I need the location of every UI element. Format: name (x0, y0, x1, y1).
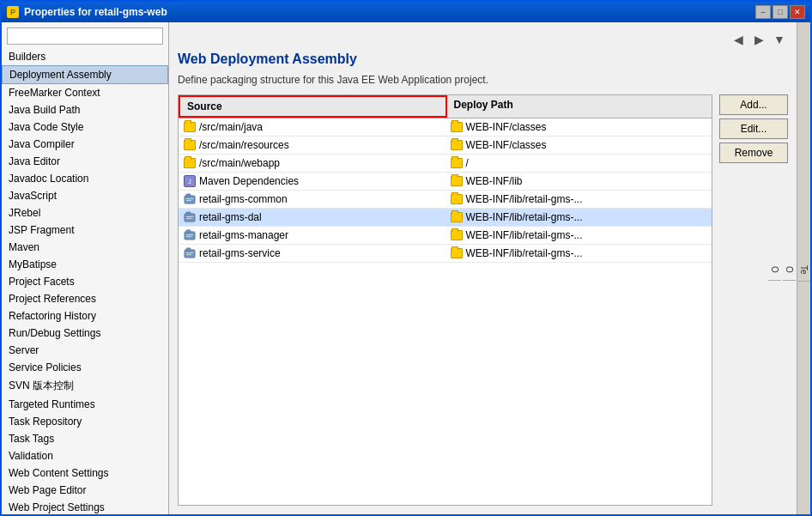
deploy-text: WEB-INF/lib/retail-gms-... (466, 229, 583, 241)
deploy-cell: WEB-INF/lib/retail-gms-... (445, 209, 712, 226)
right-tabs: Te O O (797, 22, 810, 514)
svg-rect-1 (186, 194, 191, 197)
sidebar-item-builders[interactable]: Builders (2, 48, 168, 65)
deploy-text: WEB-INF/classes (466, 139, 547, 151)
project-icon (184, 229, 196, 241)
add-button[interactable]: Add... (719, 94, 788, 115)
source-text: Maven Dependencies (199, 175, 299, 187)
sidebar-item-java-build-path[interactable]: Java Build Path (2, 101, 168, 118)
deploy-cell: WEB-INF/classes (445, 118, 712, 136)
source-cell: retail-gms-service (179, 245, 445, 262)
forward-button[interactable]: ▶ (750, 31, 767, 48)
dropdown-button[interactable]: ▼ (771, 31, 788, 48)
sidebar-item-java-editor[interactable]: Java Editor (2, 153, 168, 170)
deploy-text: WEB-INF/lib/retail-gms-... (466, 247, 583, 259)
svg-rect-3 (186, 200, 191, 201)
folder-icon (451, 122, 463, 132)
jar-icon: J (184, 175, 196, 187)
right-tab-o1[interactable]: O (783, 259, 796, 281)
deployment-table: Source Deploy Path /src/main/javaWEB-INF… (178, 94, 712, 506)
sidebar-item-jrebel[interactable]: JRebel (2, 204, 168, 222)
sidebar-item-service-policies[interactable]: Service Policies (2, 359, 168, 376)
sidebar-item-task-tags[interactable]: Task Tags (2, 430, 168, 447)
table-row[interactable]: /src/main/javaWEB-INF/classes (179, 118, 712, 137)
source-cell: /src/main/java (179, 118, 445, 136)
sidebar-item-freemaker-context[interactable]: FreeMarker Context (2, 84, 168, 101)
sidebar-item-run-debug-settings[interactable]: Run/Debug Settings (2, 325, 168, 342)
sidebar-item-javadoc-location[interactable]: Javadoc Location (2, 170, 168, 187)
folder-icon (451, 158, 463, 168)
deploy-text: WEB-INF/lib/retail-gms-... (466, 193, 583, 205)
folder-icon (184, 158, 196, 168)
sidebar-item-java-compiler[interactable]: Java Compiler (2, 136, 168, 153)
sidebar-item-java-code-style[interactable]: Java Code Style (2, 118, 168, 136)
deploy-cell: WEB-INF/lib/retail-gms-... (445, 245, 712, 262)
deploy-cell: / (445, 155, 712, 172)
sidebar-search-container (7, 27, 163, 45)
title-bar: P Properties for retail-gms-web – □ ✕ (2, 2, 810, 22)
sidebar-item-jsp-fragment[interactable]: JSP Fragment (2, 222, 168, 239)
right-tab-o2[interactable]: O (768, 259, 781, 281)
svg-rect-2 (186, 198, 193, 199)
svg-rect-15 (186, 254, 191, 255)
svg-rect-14 (186, 252, 193, 253)
source-cell: retail-gms-common (179, 191, 445, 208)
source-cell: retail-gms-dal (179, 209, 445, 226)
sidebar-item-maven[interactable]: Maven (2, 239, 168, 256)
sidebar-item-web-project-settings[interactable]: Web Project Settings (2, 499, 168, 514)
sidebar-item-web-page-editor[interactable]: Web Page Editor (2, 482, 168, 499)
minimize-button[interactable]: – (755, 5, 771, 19)
folder-icon (451, 194, 463, 204)
sidebar-item-deployment-assembly[interactable]: Deployment Assembly (2, 65, 168, 84)
svg-rect-6 (186, 216, 193, 217)
table-row[interactable]: JMaven DependenciesWEB-INF/lib (179, 173, 712, 191)
folder-icon (451, 140, 463, 150)
table-row[interactable]: retail-gms-commonWEB-INF/lib/retail-gms-… (179, 191, 712, 209)
sidebar-item-project-facets[interactable]: Project Facets (2, 273, 168, 290)
table-header: Source Deploy Path (179, 95, 712, 118)
remove-button[interactable]: Remove (719, 143, 788, 163)
svg-rect-7 (186, 218, 191, 219)
source-column-header: Source (179, 95, 447, 118)
sidebar-item-svn[interactable]: SVN 版本控制 (2, 376, 168, 396)
source-text: retail-gms-service (199, 247, 281, 259)
table-row[interactable]: retail-gms-serviceWEB-INF/lib/retail-gms… (179, 245, 712, 263)
sidebar-item-javascript[interactable]: JavaScript (2, 187, 168, 204)
sidebar-item-web-content-settings[interactable]: Web Content Settings (2, 464, 168, 482)
content-area: BuildersDeployment AssemblyFreeMarker Co… (2, 22, 810, 514)
source-cell: retail-gms-manager (179, 227, 445, 244)
svg-rect-5 (186, 212, 191, 215)
title-bar-left: P Properties for retail-gms-web (7, 6, 167, 18)
table-body: /src/main/javaWEB-INF/classes/src/main/r… (179, 118, 712, 505)
svg-rect-13 (186, 248, 191, 251)
table-row[interactable]: retail-gms-dalWEB-INF/lib/retail-gms-... (179, 209, 712, 227)
right-tab-te[interactable]: Te (797, 258, 810, 282)
back-button[interactable]: ◀ (730, 31, 747, 48)
sidebar-item-refactoring-history[interactable]: Refactoring History (2, 307, 168, 325)
edit-button[interactable]: Edit... (719, 118, 788, 139)
source-text: retail-gms-dal (199, 211, 262, 223)
deploy-text: WEB-INF/lib (466, 175, 523, 187)
sidebar-item-targeted-runtimes[interactable]: Targeted Runtimes (2, 396, 168, 413)
folder-icon (451, 248, 463, 258)
close-button[interactable]: ✕ (790, 5, 805, 19)
table-row[interactable]: /src/main/webapp/ (179, 155, 712, 173)
maximize-button[interactable]: □ (773, 5, 788, 19)
sidebar-item-task-repository[interactable]: Task Repository (2, 413, 168, 430)
sidebar-item-validation[interactable]: Validation (2, 447, 168, 464)
sidebar-search-input[interactable] (7, 27, 163, 45)
folder-icon (451, 176, 463, 186)
sidebar-items-list: BuildersDeployment AssemblyFreeMarker Co… (2, 48, 168, 514)
window-icon: P (7, 6, 19, 18)
properties-window: P Properties for retail-gms-web – □ ✕ Bu… (0, 0, 812, 516)
source-text: retail-gms-manager (199, 229, 288, 241)
table-row[interactable]: /src/main/resourcesWEB-INF/classes (179, 137, 712, 155)
table-row[interactable]: retail-gms-managerWEB-INF/lib/retail-gms… (179, 227, 712, 245)
panel-description: Define packaging structure for this Java… (178, 74, 788, 86)
sidebar-item-mybatipse[interactable]: MyBatipse (2, 256, 168, 273)
project-icon (184, 193, 196, 205)
source-cell: /src/main/resources (179, 137, 445, 154)
sidebar-item-server[interactable]: Server (2, 342, 168, 359)
source-cell: JMaven Dependencies (179, 173, 445, 190)
sidebar-item-project-references[interactable]: Project References (2, 290, 168, 307)
